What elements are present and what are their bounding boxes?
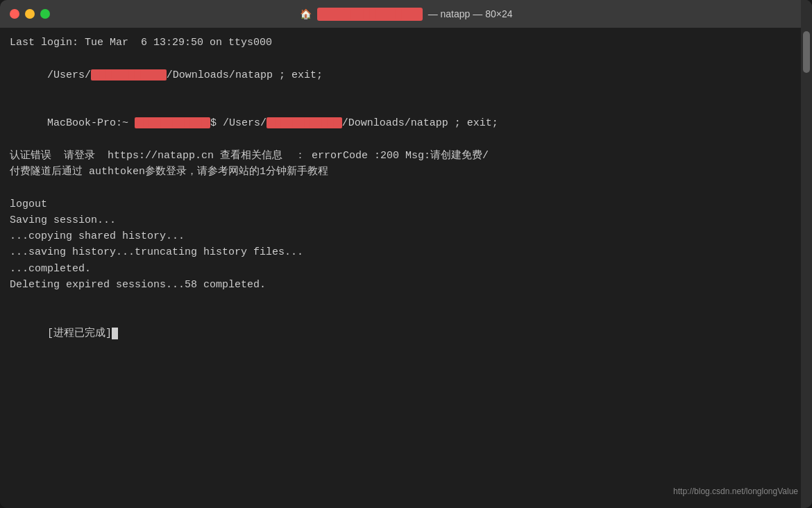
title-redacted: ██████████ <box>317 8 423 21</box>
path-suffix: /Downloads/natapp ; exit; <box>167 69 323 81</box>
minimize-button[interactable] <box>25 9 35 19</box>
title-text: — natapp — 80×24 <box>428 8 513 19</box>
terminal-line-redacted-path: /Users/████████████/Downloads/natapp ; e… <box>10 51 802 99</box>
prompt-dollar: $ /Users/ <box>210 117 267 129</box>
terminal-line-error1: 认证错误 请登录 https://natapp.cn 查看相关信息 ： erro… <box>10 148 802 164</box>
redacted-username1: ████████████ <box>91 69 167 81</box>
terminal-line-logout: logout <box>10 196 802 212</box>
title-scrollbar <box>801 0 812 28</box>
path-prefix: /Users/ <box>47 69 91 81</box>
title-center: 🏠 ██████████ — natapp — 80×24 <box>300 8 513 21</box>
terminal-line-blank1 <box>10 180 802 196</box>
traffic-lights <box>10 9 50 19</box>
terminal-line-process-done: [进程已完成] <box>10 309 802 357</box>
prompt-end: /Downloads/natapp ; exit; <box>342 117 498 129</box>
close-button[interactable] <box>10 9 19 19</box>
maximize-button[interactable] <box>40 9 50 19</box>
prompt-prefix: MacBook-Pro:~ <box>47 117 135 129</box>
cursor <box>112 328 118 339</box>
terminal-body[interactable]: Last login: Tue Mar 6 13:29:50 on ttys00… <box>0 28 812 508</box>
terminal-line: Last login: Tue Mar 6 13:29:50 on ttys00… <box>10 35 802 51</box>
terminal-line-copying: ...copying shared history... <box>10 228 802 244</box>
redacted-username2: ████████████ <box>135 117 210 128</box>
terminal-line-prompt: MacBook-Pro:~ ████████████$ /Users/█████… <box>10 99 802 148</box>
home-icon: 🏠 <box>300 8 312 19</box>
terminal-window: 🏠 ██████████ — natapp — 80×24 Last login… <box>0 0 812 508</box>
process-done-text: [进程已完成] <box>47 328 112 339</box>
terminal-line-saving: Saving session... <box>10 212 802 228</box>
terminal-line-blank2 <box>10 293 802 309</box>
redacted-username3: ████████████ <box>267 117 342 128</box>
title-bar: 🏠 ██████████ — natapp — 80×24 <box>0 0 812 28</box>
terminal-line-completed: ...completed. <box>10 261 802 277</box>
terminal-line-error2: 付费隧道后通过 authtoken参数登录，请参考网站的1分钟新手教程 <box>10 164 802 180</box>
scrollbar-thumb[interactable] <box>803 31 810 73</box>
watermark: http://blog.csdn.net/longlongValue <box>673 485 798 498</box>
terminal-line-deleting: Deleting expired sessions...58 completed… <box>10 277 802 293</box>
terminal-line-saving-history: ...saving history...truncating history f… <box>10 244 802 260</box>
scrollbar[interactable] <box>801 28 812 508</box>
